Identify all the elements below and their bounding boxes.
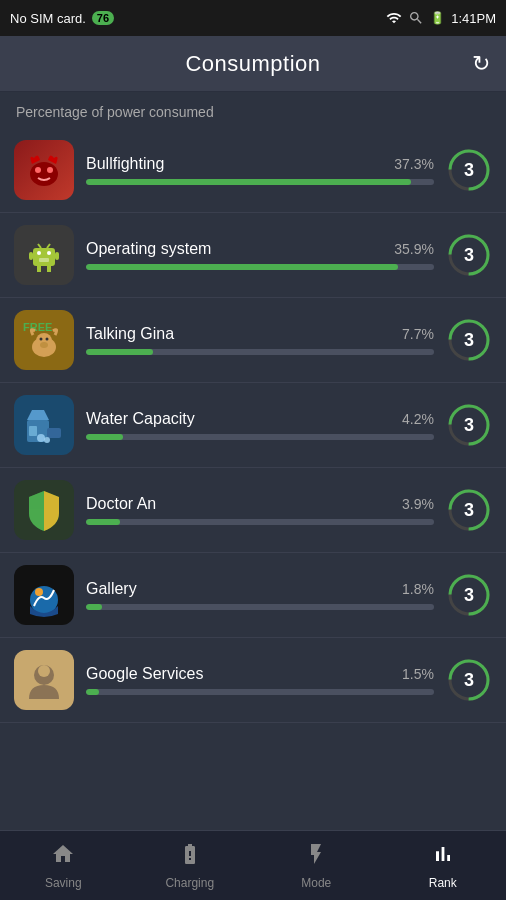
subtitle: Percentage of power consumed: [0, 92, 506, 128]
app-percent: 3.9%: [402, 496, 434, 512]
svg-rect-12: [39, 258, 49, 262]
time: 1:41PM: [451, 11, 496, 26]
svg-rect-6: [37, 266, 41, 272]
svg-point-9: [47, 251, 51, 255]
app-info: Talking Gina 7.7%: [86, 325, 434, 355]
refresh-button[interactable]: ↻: [472, 51, 490, 77]
svg-point-0: [30, 162, 58, 186]
svg-rect-25: [47, 428, 61, 438]
bottom-nav: Saving Charging Mode Rank: [0, 830, 506, 900]
status-left: No SIM card. 76: [10, 11, 114, 26]
app-name: Bullfighting: [86, 155, 164, 173]
app-info: Water Capacity 4.2%: [86, 410, 434, 440]
app-name-row: Google Services 1.5%: [86, 665, 434, 683]
app-percent: 1.8%: [402, 581, 434, 597]
svg-text:FREE: FREE: [23, 321, 52, 333]
nav-mode[interactable]: Mode: [253, 834, 380, 898]
svg-point-18: [40, 338, 43, 341]
app-info: Bullfighting 37.3%: [86, 155, 434, 185]
list-item[interactable]: Bullfighting 37.3% 3: [0, 128, 506, 213]
rank-number: 3: [464, 585, 474, 606]
progress-fill: [86, 349, 153, 355]
svg-rect-7: [47, 266, 51, 272]
app-name-row: Doctor An 3.9%: [86, 495, 434, 513]
app-name-row: Bullfighting 37.3%: [86, 155, 434, 173]
rank-icon: [431, 842, 455, 872]
rank-number: 3: [464, 330, 474, 351]
progress-fill: [86, 519, 120, 525]
rank-ring: 3: [446, 147, 492, 193]
app-name-row: Talking Gina 7.7%: [86, 325, 434, 343]
app-info: Operating system 35.9%: [86, 240, 434, 270]
rank-ring: 3: [446, 657, 492, 703]
progress-bar: [86, 264, 434, 270]
app-name: Operating system: [86, 240, 211, 258]
app-name: Doctor An: [86, 495, 156, 513]
rank-number: 3: [464, 670, 474, 691]
list-item[interactable]: Gallery 1.8% 3: [0, 553, 506, 638]
svg-rect-5: [33, 248, 55, 266]
app-percent: 35.9%: [394, 241, 434, 257]
app-percent: 4.2%: [402, 411, 434, 427]
progress-bar: [86, 179, 434, 185]
rank-number: 3: [464, 415, 474, 436]
rank-number: 3: [464, 160, 474, 181]
progress-bar: [86, 349, 434, 355]
progress-fill: [86, 179, 411, 185]
progress-bar: [86, 604, 434, 610]
rank-ring: 3: [446, 232, 492, 278]
home-icon: [51, 842, 75, 872]
list-item[interactable]: Google Services 1.5% 3: [0, 638, 506, 723]
progress-bar: [86, 434, 434, 440]
svg-rect-11: [55, 252, 59, 260]
signal-icon: [386, 10, 402, 26]
status-right: 🔋 1:41PM: [386, 10, 496, 26]
svg-point-20: [40, 342, 48, 348]
battery-icon: 🔋: [430, 11, 445, 25]
rank-number: 3: [464, 245, 474, 266]
sim-text: No SIM card.: [10, 11, 86, 26]
nav-mode-label: Mode: [301, 876, 331, 890]
app-name-row: Operating system 35.9%: [86, 240, 434, 258]
app-name: Talking Gina: [86, 325, 174, 343]
progress-fill: [86, 434, 123, 440]
nav-rank[interactable]: Rank: [380, 834, 507, 898]
progress-bar: [86, 519, 434, 525]
list-item[interactable]: Doctor An 3.9% 3: [0, 468, 506, 553]
progress-fill: [86, 689, 99, 695]
app-info: Doctor An 3.9%: [86, 495, 434, 525]
rank-number: 3: [464, 500, 474, 521]
app-name: Gallery: [86, 580, 137, 598]
app-percent: 7.7%: [402, 326, 434, 342]
page-title: Consumption: [185, 51, 320, 77]
nav-rank-label: Rank: [429, 876, 457, 890]
svg-rect-10: [29, 252, 33, 260]
nav-charging-label: Charging: [165, 876, 214, 890]
nav-saving-label: Saving: [45, 876, 82, 890]
app-name: Google Services: [86, 665, 203, 683]
nav-charging[interactable]: Charging: [127, 834, 254, 898]
svg-point-8: [37, 251, 41, 255]
app-info: Gallery 1.8%: [86, 580, 434, 610]
charging-icon: [178, 842, 202, 872]
svg-point-34: [35, 588, 43, 596]
app-percent: 1.5%: [402, 666, 434, 682]
app-info: Google Services 1.5%: [86, 665, 434, 695]
progress-fill: [86, 264, 398, 270]
list-item[interactable]: Operating system 35.9% 3: [0, 213, 506, 298]
svg-point-1: [35, 167, 41, 173]
mode-icon: [304, 842, 328, 872]
wifi-icon: [408, 10, 424, 26]
app-list: Bullfighting 37.3% 3: [0, 128, 506, 826]
rank-ring: 3: [446, 572, 492, 618]
app-name-row: Water Capacity 4.2%: [86, 410, 434, 428]
app-name-row: Gallery 1.8%: [86, 580, 434, 598]
app-name: Water Capacity: [86, 410, 195, 428]
list-item[interactable]: Water Capacity 4.2% 3: [0, 383, 506, 468]
svg-point-27: [37, 434, 45, 442]
svg-rect-28: [29, 426, 37, 436]
nav-saving[interactable]: Saving: [0, 834, 127, 898]
list-item[interactable]: FREE Talking Gina 7.7%: [0, 298, 506, 383]
progress-fill: [86, 604, 102, 610]
battery-badge: 76: [92, 11, 114, 25]
